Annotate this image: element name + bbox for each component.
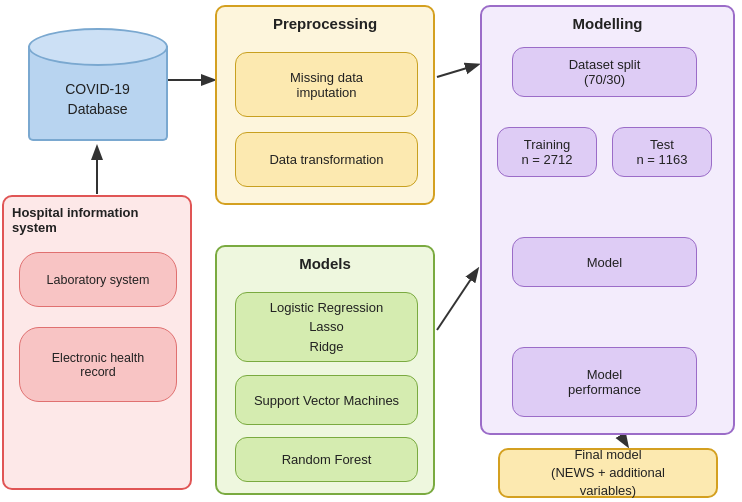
covid-cylinder: COVID-19 Database (28, 28, 168, 158)
svg-line-10 (437, 270, 477, 330)
preprocessing-outer-box: Preprocessing Missing data imputation Da… (215, 5, 435, 205)
model-perf-label: Model performance (568, 367, 641, 397)
diagram: COVID-19 Database Hospital information s… (0, 0, 742, 502)
svm-label: Support Vector Machines (254, 393, 399, 408)
dataset-split-box: Dataset split (70/30) (512, 47, 697, 97)
logistic-box: Logistic Regression Lasso Ridge (235, 292, 418, 362)
modelling-outer-box: Modelling Dataset split (70/30) Training… (480, 5, 735, 435)
rf-box: Random Forest (235, 437, 418, 482)
hospital-outer-box: Hospital information system Laboratory s… (2, 195, 192, 490)
model-label: Model (587, 255, 622, 270)
model-box: Model (512, 237, 697, 287)
training-label: Training n = 2712 (522, 137, 573, 167)
models-title: Models (217, 255, 433, 272)
lab-system-box: Laboratory system (19, 252, 177, 307)
svm-box: Support Vector Machines (235, 375, 418, 425)
ehr-label: Electronic health record (52, 351, 144, 379)
model-performance-box: Model performance (512, 347, 697, 417)
models-outer-box: Models Logistic Regression Lasso Ridge S… (215, 245, 435, 495)
rf-label: Random Forest (282, 452, 372, 467)
test-label: Test n = 1163 (637, 137, 688, 167)
covid-label: COVID-19 Database (28, 28, 168, 158)
final-label: Final model (NEWS + additional variables… (551, 446, 665, 501)
missing-label: Missing data imputation (290, 70, 363, 100)
logistic-label: Logistic Regression Lasso Ridge (270, 298, 383, 357)
training-box: Training n = 2712 (497, 127, 597, 177)
missing-data-box: Missing data imputation (235, 52, 418, 117)
transform-box: Data transformation (235, 132, 418, 187)
final-model-box: Final model (NEWS + additional variables… (498, 448, 718, 498)
ehr-box: Electronic health record (19, 327, 177, 402)
covid-database-container: COVID-19 Database (5, 15, 190, 170)
hospital-title: Hospital information system (12, 205, 138, 235)
dataset-label: Dataset split (70/30) (569, 57, 641, 87)
modelling-title: Modelling (482, 15, 733, 32)
transform-label: Data transformation (269, 152, 383, 167)
svg-line-4 (437, 65, 477, 77)
lab-label: Laboratory system (47, 273, 150, 287)
test-box: Test n = 1163 (612, 127, 712, 177)
preprocessing-title: Preprocessing (217, 15, 433, 32)
